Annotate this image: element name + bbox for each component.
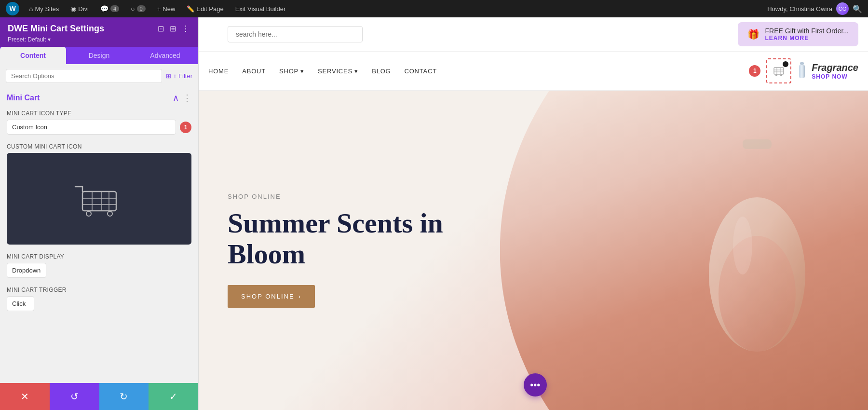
comments-menu[interactable]: 💬 4: [96, 3, 123, 14]
bubbles-menu[interactable]: ○ 0: [127, 3, 149, 14]
svg-rect-16: [799, 65, 805, 78]
nav-item-blog[interactable]: BLOG: [372, 68, 391, 75]
fragrance-bottle-icon: [797, 61, 807, 81]
floating-action-button[interactable]: •••: [524, 373, 547, 396]
left-panel: DWE Mini Cart Settings ⊡ ⊞ ⋮ Preset: Def…: [0, 17, 199, 410]
panel-header: DWE Mini Cart Settings ⊡ ⊞ ⋮ Preset: Def…: [0, 17, 198, 47]
divi-label: Divi: [78, 5, 89, 13]
nav-item-contact[interactable]: CONTACT: [404, 68, 436, 75]
promo-banner: 🎁 FREE Gift with First Order... LEARN MO…: [738, 22, 858, 46]
preset-label: Preset: Default ▾: [8, 36, 190, 43]
custom-mini-cart-icon-label: Custom Mini Cart Icon: [7, 143, 191, 150]
hero-cta-button[interactable]: SHOP ONLINE ›: [228, 285, 315, 308]
site-header: 🎁 FREE Gift with First Order... LEARN MO…: [199, 17, 868, 91]
mini-cart-icon[interactable]: [766, 58, 791, 83]
fragrance-title: Fragrance: [812, 62, 858, 73]
svg-point-13: [775, 74, 777, 76]
cancel-button[interactable]: ✕: [0, 383, 50, 410]
svg-point-7: [108, 211, 112, 216]
bubbles-count: 0: [137, 5, 146, 12]
site-preview: 🎁 FREE Gift with First Order... LEARN MO…: [199, 17, 868, 410]
comments-count: 4: [110, 5, 119, 12]
nav-right: 1: [749, 58, 858, 83]
nav-item-about[interactable]: ABOUT: [242, 68, 266, 75]
wp-admin-bar: W ⌂ My Sites ◉ Divi 💬 4 ○ 0 + New ✏️ Edi…: [0, 0, 868, 17]
site-search-input[interactable]: [228, 26, 363, 42]
undo-button[interactable]: ↺: [50, 383, 99, 410]
howdy-text: Howdy, Christina Gwira: [767, 5, 832, 13]
undo-icon: ↺: [70, 391, 79, 402]
home-icon: ⌂: [29, 5, 33, 13]
preset-dropdown-icon: ▾: [48, 36, 51, 43]
comment-icon: 💬: [100, 5, 108, 13]
tab-design[interactable]: Design: [66, 47, 132, 64]
panel-icon-grid[interactable]: ⊞: [169, 23, 177, 34]
mini-cart-trigger-label: Mini Cart Trigger: [7, 287, 191, 293]
panel-tabs: Content Design Advanced: [0, 47, 198, 64]
tab-advanced[interactable]: Advanced: [132, 47, 198, 64]
section-collapse-icon[interactable]: ∧: [173, 93, 179, 103]
mini-cart-display-select[interactable]: Dropdown Slide In Overlay: [7, 263, 46, 278]
avatar[interactable]: CG: [836, 2, 849, 15]
section-header: Mini Cart ∧ ⋮: [7, 93, 191, 103]
panel-icon-more[interactable]: ⋮: [181, 23, 190, 34]
svg-point-19: [719, 236, 796, 352]
nav-item-shop[interactable]: SHOP ▾: [279, 68, 304, 75]
site-nav: HOME ABOUT SHOP ▾ SERVICES ▾ BLOG CONTAC…: [199, 51, 868, 90]
svg-point-6: [86, 211, 91, 216]
admin-bar-right: Howdy, Christina Gwira CG 🔍: [767, 2, 862, 15]
custom-mini-cart-icon-field: Custom Mini Cart Icon: [7, 143, 191, 245]
promo-main-text: FREE Gift with First Order...: [765, 27, 849, 35]
my-sites-menu[interactable]: ⌂ My Sites: [25, 3, 63, 14]
mini-cart-icon-type-select[interactable]: Custom Icon Default Icon No Icon: [7, 120, 176, 135]
nav-links: HOME ABOUT SHOP ▾ SERVICES ▾ BLOG CONTAC…: [208, 68, 437, 75]
fragrance-promo[interactable]: Fragrance SHOP NOW: [797, 61, 858, 81]
redo-icon: ↻: [120, 391, 128, 402]
svg-point-14: [780, 74, 782, 76]
my-sites-label: My Sites: [35, 5, 59, 13]
promo-learn-more-link[interactable]: LEARN MORE: [765, 35, 849, 41]
section-actions: ∧ ⋮: [173, 93, 191, 103]
search-icon[interactable]: 🔍: [853, 4, 862, 14]
new-button[interactable]: + New: [153, 3, 179, 14]
svg-rect-8: [774, 68, 784, 74]
bubble-icon: ○: [131, 5, 135, 13]
panel-title: DWE Mini Cart Settings: [8, 24, 104, 34]
icon-preview-box[interactable]: [7, 153, 191, 245]
svg-point-20: [733, 217, 752, 274]
main-layout: DWE Mini Cart Settings ⊡ ⊞ ⋮ Preset: Def…: [0, 17, 868, 410]
svg-rect-17: [743, 139, 772, 149]
mini-cart-icon-type-label: Mini Cart Icon Type: [7, 110, 191, 117]
svg-rect-15: [800, 62, 804, 65]
fragrance-text-block: Fragrance SHOP NOW: [812, 62, 858, 80]
cancel-icon: ✕: [21, 391, 29, 402]
save-button[interactable]: ✓: [149, 383, 198, 410]
edit-page-button[interactable]: ✏️ Edit Page: [183, 3, 227, 14]
panel-icon-square[interactable]: ⊡: [157, 23, 165, 34]
hero-title: Summer Scents in Bloom: [228, 208, 478, 270]
panel-icons: ⊡ ⊞ ⋮: [157, 23, 190, 34]
hero-content: SHOP ONLINE Summer Scents in Bloom SHOP …: [199, 174, 507, 327]
exit-visual-builder-button[interactable]: Exit Visual Builder: [231, 3, 290, 14]
fragrance-shop-now: SHOP NOW: [812, 73, 858, 80]
nav-item-services[interactable]: SERVICES ▾: [318, 68, 358, 75]
panel-content: Mini Cart ∧ ⋮ Mini Cart Icon Type Custom…: [0, 88, 198, 383]
cart-dot: [783, 61, 788, 67]
wordpress-logo-icon[interactable]: W: [6, 2, 19, 15]
divi-menu[interactable]: ◉ Divi: [67, 3, 93, 14]
nav-item-home[interactable]: HOME: [208, 68, 229, 75]
mini-cart-trigger-select[interactable]: Click Hover: [7, 296, 34, 311]
cart-icon-preview: [70, 177, 128, 220]
search-options-input[interactable]: [6, 69, 162, 83]
mini-cart-icon-badge: 1: [180, 122, 191, 133]
tab-content[interactable]: Content: [0, 47, 66, 64]
svg-rect-0: [82, 191, 116, 211]
mini-cart-display-field: Mini Cart Display Dropdown Slide In Over…: [7, 253, 191, 278]
redo-button[interactable]: ↻: [99, 383, 149, 410]
panel-title-row: DWE Mini Cart Settings ⊡ ⊞ ⋮: [8, 23, 190, 34]
mini-cart-trigger-field: Mini Cart Trigger Click Hover: [7, 287, 191, 311]
promo-text: FREE Gift with First Order... LEARN MORE: [765, 27, 849, 41]
filter-button[interactable]: ⊞ + Filter: [166, 72, 192, 80]
section-more-icon[interactable]: ⋮: [183, 93, 191, 103]
site-header-top: 🎁 FREE Gift with First Order... LEARN MO…: [199, 17, 868, 51]
